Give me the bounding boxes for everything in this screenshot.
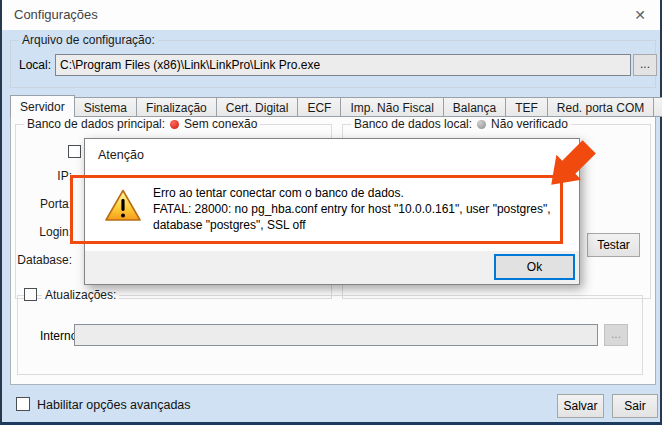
main-db-group-label: Banco de dados principal: — [27, 117, 165, 131]
message-line-3: database "postgres", SSL off — [153, 217, 573, 233]
status-dot-gray-icon — [477, 120, 486, 129]
ok-button[interactable]: Ok — [494, 254, 575, 280]
interno-field — [74, 324, 598, 346]
interno-browse-button: ... — [604, 324, 628, 346]
updates-checkbox[interactable] — [24, 288, 37, 301]
login-label: Login: — [16, 225, 72, 239]
footer-bar: Habilitar opções avançadas Salvar Sair — [2, 384, 660, 422]
window-title: Configurações — [14, 7, 98, 22]
close-icon[interactable]: ✕ — [630, 6, 650, 24]
database-label: Database: — [16, 253, 72, 267]
tab-servidor[interactable]: Servidor — [10, 95, 75, 117]
ip-label: IP: — [16, 169, 72, 183]
tab-imp-nao-fiscal[interactable]: Imp. Não Fiscal — [341, 97, 443, 117]
message-line-1: Erro ao tentar conectar com o banco de d… — [153, 185, 573, 201]
tab-red-porta-com[interactable]: Red. porta COM — [548, 97, 654, 117]
config-file-group: Arquivo de configuração: Local: C:\Progr… — [10, 40, 656, 88]
tab-ecf[interactable]: ECF — [298, 97, 341, 117]
local-db-status: Não verificado — [491, 117, 568, 131]
tab-sistema[interactable]: Sistema — [75, 97, 137, 117]
updates-group-label: Atualizações: — [42, 288, 119, 302]
config-path-field[interactable]: C:\Program Files (x86)\Link\LinkPro\Link… — [55, 54, 631, 76]
testar-button[interactable]: Testar — [587, 233, 640, 257]
settings-window: Configurações ✕ Arquivo de configuração:… — [0, 0, 662, 425]
tab-finalizacao[interactable]: Finalização — [137, 97, 217, 117]
config-browse-button[interactable]: ... — [633, 54, 657, 76]
attention-dialog: Atenção Erro ao tentar conectar com o ba… — [84, 138, 580, 285]
message-line-2: FATAL: 28000: no pg_hba.conf entry for h… — [153, 201, 573, 217]
tab-balanca[interactable]: Balança — [444, 97, 506, 117]
warning-icon — [105, 189, 141, 222]
titlebar: Configurações ✕ — [2, 0, 660, 30]
updates-group: Atualizações: Interno: ... — [17, 295, 643, 375]
sair-button[interactable]: Sair — [612, 394, 658, 418]
main-db-status: Sem conexão — [184, 117, 257, 131]
tab-tef[interactable]: TEF — [506, 97, 548, 117]
local-db-group-label: Banco de dados local: — [354, 117, 472, 131]
dialog-body: Erro ao tentar conectar com o banco de d… — [85, 167, 579, 251]
porta-label: Porta: — [16, 197, 72, 211]
tab-strip: Servidor Sistema Finalização Cert. Digit… — [10, 95, 662, 117]
advanced-options-label: Habilitar opções avançadas — [37, 398, 191, 412]
dialog-footer: Ok — [85, 251, 579, 284]
tab-cert-digital[interactable]: Cert. Digital — [217, 97, 299, 117]
main-db-checkbox[interactable] — [68, 145, 81, 158]
dialog-title: Atenção — [98, 148, 144, 162]
salvar-button[interactable]: Salvar — [557, 394, 604, 418]
dialog-message: Erro ao tentar conectar com o banco de d… — [153, 185, 573, 233]
local-label: Local: — [19, 58, 51, 72]
tab-licencas[interactable]: Licenças — [654, 97, 662, 117]
status-dot-red-icon — [170, 120, 179, 129]
config-file-group-label: Arquivo de configuração: — [19, 33, 158, 47]
advanced-options-checkbox[interactable] — [16, 397, 30, 411]
